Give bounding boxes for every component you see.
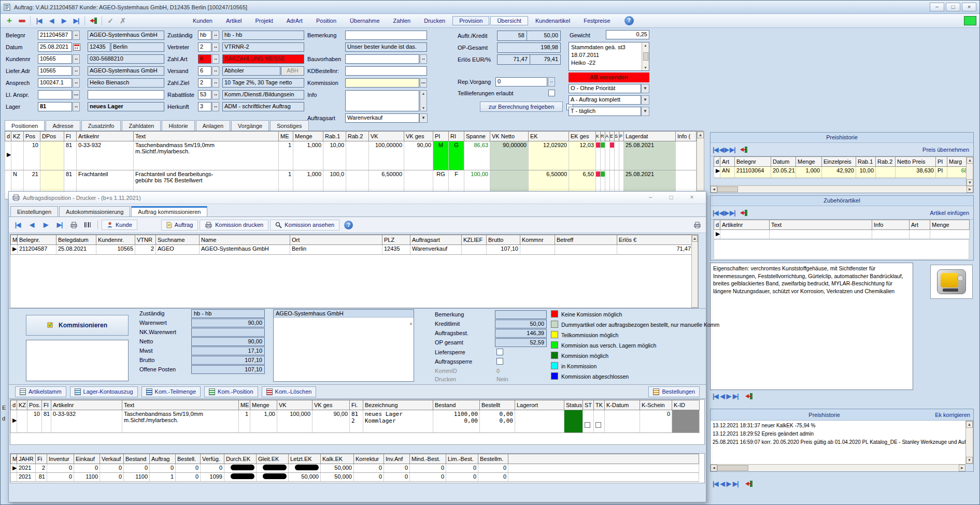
cell[interactable]: 42,920 <box>822 167 856 178</box>
scroll-right-icon[interactable]: ► <box>967 186 973 193</box>
st-cell[interactable] <box>583 410 594 433</box>
cell[interactable]: 1100 <box>74 473 100 482</box>
stammdaten-note-box[interactable]: Stammdaten geä. st3 18.07.2011 Heiko -22 <box>569 42 649 71</box>
tk-cell[interactable] <box>594 410 605 433</box>
cell[interactable]: 90,00 <box>313 410 350 433</box>
cell[interactable]: 1 <box>279 141 293 170</box>
scroll-thumb[interactable] <box>717 186 738 192</box>
log-vscrollbar[interactable]: ▲ ▼ <box>965 421 973 464</box>
cell[interactable]: 812 <box>350 410 363 433</box>
llanspr-lookup-button[interactable]: ... <box>73 90 80 99</box>
cell[interactable]: 10,00 <box>323 141 346 170</box>
nav-last-icon[interactable]: ▶| <box>733 480 738 487</box>
info-scrollbar[interactable]: ▲ ▼ <box>420 90 427 111</box>
cell[interactable]: 1100 <box>124 473 150 482</box>
scroll-up-icon[interactable]: ▲ <box>966 421 973 428</box>
komission-drucken-button[interactable]: Komission drucken <box>200 220 268 230</box>
preis-vscrollbar[interactable]: ▲ ▼ <box>966 156 973 186</box>
cell[interactable]: 0 <box>354 473 384 482</box>
cell[interactable]: 0 <box>446 464 478 473</box>
nav-last-icon[interactable]: ▶| <box>53 220 66 230</box>
confirm-icon[interactable]: ✓ <box>104 16 117 26</box>
cell[interactable] <box>346 141 369 170</box>
ri-cell[interactable]: G <box>449 141 464 170</box>
nav-first-icon[interactable]: |◀ <box>713 480 718 487</box>
tab-zusatzinfo[interactable]: Zusatzinfo <box>81 120 121 131</box>
dialog-order-row[interactable]: ▶ 211204587 25.08.2021 10565 2 AGEO AGEO… <box>11 245 693 255</box>
position-row[interactable]: ▶ 10 81 0-33-932 Taschenbandmass 5m/19,0… <box>5 141 697 170</box>
lager-field[interactable]: 81 <box>38 102 72 111</box>
kommission-notes-box[interactable] <box>26 340 129 381</box>
cell[interactable]: 2 <box>135 245 156 255</box>
nav-last-icon[interactable]: ▶| <box>730 209 735 217</box>
menu-uebernahme[interactable]: Übernahme <box>343 16 386 25</box>
cell[interactable]: 25.08.2021 <box>624 141 676 170</box>
ort-field[interactable]: Berlin <box>111 42 164 52</box>
liefersperre-checkbox[interactable] <box>496 349 503 355</box>
kdbestellnr-field[interactable] <box>345 66 427 76</box>
bestellungen-button[interactable]: Bestellungen <box>648 386 700 397</box>
menu-festpreise[interactable]: Festpreise <box>577 16 617 25</box>
cell[interactable]: Taschenbandmass 5m/19,0mmm.Sichtf./mylar… <box>134 141 279 170</box>
nav-next-icon[interactable]: ▶ <box>727 480 731 487</box>
artikel-einfuegen-action[interactable]: Artikel einfügen <box>930 210 971 216</box>
nav-next-icon[interactable]: ▶ <box>725 209 729 217</box>
printer-icon[interactable] <box>67 220 80 230</box>
cell[interactable]: 0 <box>640 410 672 433</box>
cell[interactable] <box>555 245 617 255</box>
rep-vorgang-lookup-button[interactable]: .. <box>548 77 555 86</box>
cell[interactable] <box>11 141 24 170</box>
dialog-maximize-icon[interactable]: □ <box>661 193 681 203</box>
cell[interactable]: 10 <box>24 141 40 170</box>
ansprech-lookup-button[interactable]: .. <box>73 78 80 88</box>
cell[interactable]: 0,000,00 <box>480 410 515 433</box>
ansprech-name-field[interactable]: Heiko Bienasch <box>88 78 164 88</box>
cell[interactable] <box>40 141 64 170</box>
nav-next-icon[interactable]: ▶ <box>58 16 70 26</box>
lager-lookup-button[interactable]: .. <box>73 102 80 111</box>
scroll-up-icon[interactable]: ▲ <box>697 132 704 138</box>
taeglich-select[interactable]: T - täglich <box>569 107 641 116</box>
zahlziel-field[interactable]: 2 <box>198 78 211 88</box>
preis-row[interactable]: ▶ AN 211103064 20.05.21 1,000 42,920 10,… <box>714 167 970 178</box>
cell[interactable]: AGEO <box>156 245 200 255</box>
kom-teilmenge-button[interactable]: Kom.-Teilmenge <box>141 386 201 397</box>
pi-cell[interactable]: M <box>433 141 449 170</box>
cell[interactable]: 50,000 <box>321 464 354 473</box>
ab-versenden-button[interactable]: AB versenden <box>569 73 649 82</box>
bauvorhaben-field[interactable] <box>345 54 419 64</box>
rabattliste-field[interactable]: 53 <box>198 90 211 99</box>
product-image[interactable] <box>930 265 973 299</box>
maximize-icon[interactable]: □ <box>946 3 960 11</box>
herkunft-field[interactable]: 3 <box>198 102 211 111</box>
tab-vorgaenge[interactable]: Vorgänge <box>231 120 269 131</box>
dlg-company-listbox[interactable]: AGEO-Systemhaus GmbH ▲ <box>273 309 414 382</box>
nav-first-icon[interactable]: |◀ <box>713 146 718 153</box>
versand-field[interactable]: 6 <box>198 66 211 76</box>
cell[interactable]: 1 <box>150 473 176 482</box>
exit-icon[interactable] <box>745 480 753 487</box>
cell[interactable]: 0 <box>201 464 224 473</box>
cell[interactable]: 0-33-932 <box>77 141 134 170</box>
cell[interactable] <box>17 410 27 433</box>
cell[interactable]: 211204587 <box>18 245 56 255</box>
ansprech-field[interactable]: 100247.1 <box>38 78 72 88</box>
cell[interactable]: 90,00000 <box>490 141 529 170</box>
herkunft-name-field[interactable]: ADM - schriftlicher Auftrag <box>222 102 304 111</box>
cell[interactable]: 10565 <box>96 245 135 255</box>
menu-artikel[interactable]: Artikel <box>219 16 249 25</box>
zahlart-field[interactable]: 6 <box>198 54 211 64</box>
cell[interactable]: 1,000 <box>293 141 323 170</box>
menu-kunden[interactable]: Kunden <box>186 16 219 25</box>
dialog-close-icon[interactable]: × <box>681 193 702 203</box>
cell[interactable]: 100,00000 <box>369 141 404 170</box>
cell[interactable]: 0 <box>100 473 124 482</box>
zahlart-lookup-button[interactable]: .. <box>212 54 219 64</box>
cell[interactable]: 86,63 <box>464 141 490 170</box>
tab-autokommissionierung[interactable]: Autokommissionierung <box>59 206 130 217</box>
zahlziel-lookup-button[interactable]: .. <box>212 78 219 88</box>
cell[interactable]: 107,10 <box>487 245 520 255</box>
zahlziel-name-field[interactable]: 10 Tage 2%, 30 Tage netto <box>222 78 304 88</box>
zahlart-name-field[interactable]: BARZAHLUNG MESSE <box>222 54 304 64</box>
tab-positionen[interactable]: Positionen <box>5 120 45 131</box>
